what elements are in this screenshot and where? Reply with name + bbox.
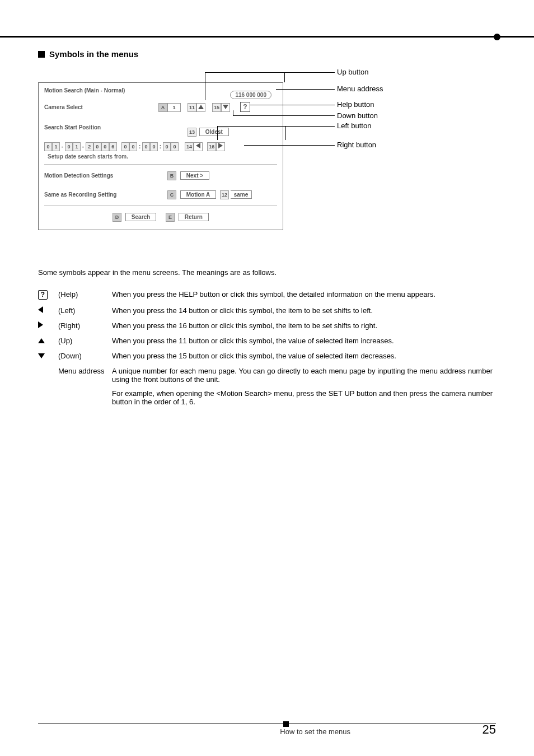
motion-detection-label: Motion Detection Settings	[44, 172, 113, 179]
date-s1[interactable]: 0	[163, 142, 171, 151]
down-num-chip: 15	[212, 103, 221, 112]
table-row: (Left) When you press the 14 button or c…	[38, 303, 496, 318]
arrow-down-icon	[223, 105, 228, 109]
camera-select-letter: A	[158, 103, 167, 112]
date-hint: Setup date search starts from.	[44, 153, 277, 160]
arrow-up-icon	[198, 105, 204, 109]
def-name: (Help)	[58, 287, 112, 303]
camera-select-value[interactable]: 1	[167, 103, 181, 112]
leader-line	[217, 126, 218, 140]
return-letter: E	[166, 213, 175, 222]
down-button[interactable]	[221, 103, 230, 112]
date-d2[interactable]: 1	[52, 142, 60, 151]
search-start-label: Search Start Position	[44, 124, 101, 130]
table-row: Menu address A unique number for each me…	[38, 363, 496, 409]
section-heading: Symbols in the menus	[38, 49, 496, 59]
label-up-button: Up button	[337, 68, 368, 76]
motion-letter: B	[167, 171, 176, 180]
help-icon: ?	[38, 290, 48, 300]
footer-dot-icon	[283, 721, 289, 727]
page-footer: How to set the menus 25	[38, 724, 496, 736]
same-letter: C	[167, 190, 176, 199]
label-down-button: Down button	[337, 111, 378, 120]
table-row: (Down) When you press the 15 button or c…	[38, 348, 496, 363]
table-row: (Right) When you press the 16 button or …	[38, 318, 496, 333]
arrow-right-icon	[218, 143, 223, 148]
arrow-down-icon	[38, 353, 45, 358]
def-desc: When you press the HELP button or click …	[112, 287, 496, 303]
footer-caption: How to set the menus	[280, 727, 350, 736]
leader-line	[233, 110, 233, 115]
table-row: (Up) When you press the 11 button or cli…	[38, 333, 496, 348]
left-button[interactable]	[194, 142, 203, 151]
menu-title: Motion Search (Main - Normal)	[44, 87, 125, 94]
same-value: same	[231, 190, 252, 199]
label-help-button: Help button	[337, 100, 374, 109]
symbol-definitions: ? (Help) When you press the HELP button …	[38, 287, 496, 409]
leader-line	[284, 72, 285, 82]
date-m2[interactable]: 1	[73, 142, 81, 151]
up-num-chip: 11	[188, 103, 196, 112]
date-mi2[interactable]: 0	[150, 142, 158, 151]
leader-line	[205, 72, 205, 100]
def-name: Menu address	[58, 363, 112, 409]
leader-line	[285, 126, 286, 140]
date-y2[interactable]: 0	[93, 142, 101, 151]
leader-line	[233, 115, 335, 116]
page-top-rule	[0, 36, 534, 38]
date-y3[interactable]: 0	[101, 142, 109, 151]
leader-line	[250, 105, 335, 105]
section-title-text: Symbols in the menus	[49, 49, 138, 59]
oldest-num-chip: 13	[188, 128, 196, 137]
left-num-chip: 14	[185, 142, 194, 151]
def-desc: A unique number for each menu page. You …	[112, 367, 493, 384]
table-row: ? (Help) When you press the HELP button …	[38, 287, 496, 303]
page-top-dot	[494, 34, 500, 40]
same-num-chip: 12	[220, 190, 229, 199]
menu-diagram: Motion Search (Main - Normal) 116 000 00…	[38, 72, 441, 246]
section-bullet-icon	[38, 51, 45, 58]
date-y4[interactable]: 6	[109, 142, 117, 151]
divider	[44, 164, 277, 165]
date-d1[interactable]: 0	[44, 142, 52, 151]
label-menu-address: Menu address	[337, 85, 383, 93]
leader-line	[276, 89, 335, 90]
next-button[interactable]: Next >	[180, 171, 209, 180]
camera-select-label: Camera Select	[44, 104, 83, 110]
label-left-button: Left button	[337, 122, 371, 130]
def-name: (Left)	[58, 303, 112, 318]
menu-address-pill: 116 000 000	[230, 91, 271, 99]
arrow-right-icon	[38, 321, 43, 328]
def-name: (Down)	[58, 348, 112, 363]
def-desc-2: For example, when opening the <Motion Se…	[112, 389, 493, 406]
date-s2[interactable]: 0	[171, 142, 179, 151]
arrow-left-icon	[196, 143, 200, 148]
date-h2[interactable]: 0	[129, 142, 137, 151]
def-desc: When you press the 11 button or click th…	[112, 333, 496, 348]
search-button[interactable]: Search	[125, 213, 156, 221]
return-button[interactable]: Return	[179, 213, 209, 221]
def-desc: When you press the 16 button or click th…	[112, 318, 496, 333]
right-button[interactable]	[216, 142, 225, 151]
menu-screenshot: Motion Search (Main - Normal) 116 000 00…	[38, 82, 283, 230]
label-right-button: Right button	[337, 141, 376, 149]
oldest-button[interactable]: Oldest	[199, 128, 229, 136]
def-desc: When you press the 14 button or click th…	[112, 303, 496, 318]
motion-a-button[interactable]: Motion A	[180, 190, 216, 199]
date-mi1[interactable]: 0	[142, 142, 150, 151]
leader-line	[217, 126, 335, 127]
arrow-up-icon	[38, 338, 45, 343]
arrow-left-icon	[38, 306, 43, 313]
right-num-chip: 16	[207, 142, 216, 151]
help-button[interactable]: ?	[240, 102, 250, 112]
def-desc: When you press the 15 button or click th…	[112, 348, 496, 363]
leader-line	[244, 145, 335, 146]
page-number: 25	[483, 722, 496, 737]
same-as-recording-label: Same as Recording Setting	[44, 192, 116, 198]
date-h1[interactable]: 0	[121, 142, 129, 151]
date-m1[interactable]: 0	[65, 142, 73, 151]
date-y1[interactable]: 2	[86, 142, 93, 151]
up-button[interactable]	[196, 103, 205, 112]
search-letter: D	[113, 213, 121, 222]
def-name: (Right)	[58, 318, 112, 333]
